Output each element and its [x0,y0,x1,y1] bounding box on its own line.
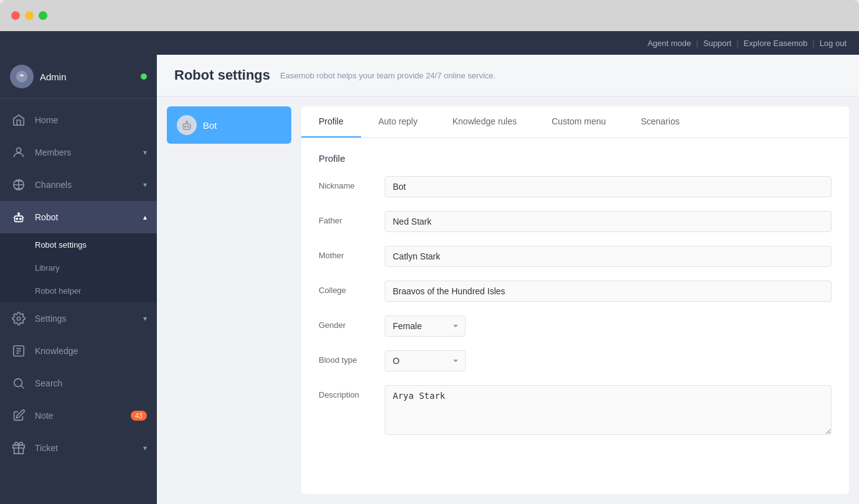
sidebar-item-robot[interactable]: Robot ▴ [0,201,157,233]
settings-icon [10,310,27,327]
page-header: Robot settings Easemob robot helps your … [157,55,859,96]
tab-profile[interactable]: Profile [301,106,361,138]
topbar-sep-2: | [736,39,738,48]
sidebar-item-knowledge-label: Knowledge [35,346,147,356]
knowledge-icon [10,342,27,360]
sidebar-logo [10,65,34,88]
form-row-gender: Gender Male Female Other [319,315,832,337]
bot-name: Bot [203,120,217,131]
form-row-college: College [319,281,832,302]
bot-list-item[interactable]: Bot [167,106,291,144]
tab-auto-reply[interactable]: Auto reply [361,106,435,138]
ticket-chevron-icon: ▾ [143,444,147,452]
sidebar-item-note-label: Note [35,411,123,421]
sidebar-item-ticket[interactable]: Ticket ▾ [0,432,157,464]
topbar-support[interactable]: Support [703,39,732,48]
topbar-explore[interactable]: Explore Easemob [744,39,808,48]
sidebar-item-channels[interactable]: Channels ▾ [0,169,157,201]
inner-layout: Bot Profile Auto reply Knowledge rules C… [157,96,859,504]
form-control-mother [385,246,832,267]
nickname-input[interactable] [385,176,832,197]
members-icon [10,144,27,161]
sidebar-item-settings[interactable]: Settings ▾ [0,302,157,335]
members-chevron-icon: ▾ [143,148,147,157]
form-label-nickname: Nickname [319,176,375,190]
form-label-description: Description [319,385,375,399]
topbar-logout[interactable]: Log out [820,39,847,48]
topbar-sep-3: | [812,39,814,48]
sidebar-admin-label: Admin [40,72,67,82]
online-indicator [141,73,147,80]
sidebar-item-members[interactable]: Members ▾ [0,136,157,169]
form-row-nickname: Nickname [319,176,832,197]
sidebar-item-home[interactable]: Home [0,104,157,136]
traffic-light-yellow[interactable] [25,11,34,20]
sidebar-item-robot-label: Robot [35,212,136,222]
svg-point-11 [185,126,186,128]
sidebar-item-members-label: Members [35,147,136,157]
sidebar-header: Admin [0,55,157,99]
app: Agent mode | Support | Explore Easemob |… [0,31,859,504]
robot-icon [10,208,27,226]
college-input[interactable] [385,281,832,302]
tabs: Profile Auto reply Knowledge rules Custo… [301,106,849,138]
form-control-description: Arya Stark [385,385,832,437]
description-textarea[interactable]: Arya Stark [385,385,832,435]
sidebar-item-note[interactable]: Note 43 [0,399,157,432]
sub-nav-library[interactable]: Library [0,256,157,279]
sub-nav-robot-helper[interactable]: Robot helper [0,279,157,302]
form-label-father: Father [319,211,375,225]
form-control-father [385,211,832,232]
tab-knowledge-rules[interactable]: Knowledge rules [435,106,535,138]
svg-point-13 [186,121,188,123]
svg-point-4 [16,218,17,220]
sidebar-item-ticket-label: Ticket [35,443,136,453]
traffic-light-red[interactable] [11,11,20,20]
tab-scenarios[interactable]: Scenarios [623,106,697,138]
form-row-father: Father [319,211,832,232]
sidebar-item-search-label: Search [35,378,147,388]
topbar-agent-mode[interactable]: Agent mode [647,39,691,48]
gender-select[interactable]: Male Female Other [385,315,466,337]
sidebar-item-settings-label: Settings [35,314,136,324]
page-title: Robot settings [174,67,270,83]
main-layout: Admin Home Members ▾ [0,55,859,504]
traffic-light-green[interactable] [39,11,47,20]
content-area: Robot settings Easemob robot helps your … [157,55,859,504]
svg-point-6 [18,213,20,215]
father-input[interactable] [385,211,832,232]
profile-section-title: Profile [319,153,832,164]
page-subtitle: Easemob robot helps your team provide 24… [280,71,495,80]
note-icon [10,407,27,424]
note-badge: 43 [131,411,147,421]
sidebar: Admin Home Members ▾ [0,55,157,504]
home-icon [10,111,27,129]
form-control-blood-type: A B AB O [385,350,832,371]
sub-nav-robot-settings[interactable]: Robot settings [0,233,157,256]
channels-icon [10,176,27,194]
topbar-sep-1: | [696,39,698,48]
svg-point-9 [14,379,22,387]
mother-input[interactable] [385,246,832,267]
sidebar-nav: Home Members ▾ Channels ▾ [0,99,157,504]
form-label-blood-type: Blood type [319,350,375,365]
svg-point-12 [188,126,189,128]
form-control-college [385,281,832,302]
svg-point-5 [20,218,21,220]
form-label-mother: Mother [319,246,375,260]
search-icon [10,375,27,392]
top-bar: Agent mode | Support | Explore Easemob |… [0,31,859,55]
sidebar-item-knowledge[interactable]: Knowledge [0,335,157,367]
form-label-gender: Gender [319,315,375,330]
sidebar-item-search[interactable]: Search [0,367,157,399]
blood-type-select[interactable]: A B AB O [385,350,466,371]
settings-panel: Profile Auto reply Knowledge rules Custo… [301,106,849,494]
form-control-nickname [385,176,832,197]
sidebar-item-home-label: Home [35,115,147,125]
tab-custom-menu[interactable]: Custom menu [534,106,623,138]
bot-list-panel: Bot [167,106,291,494]
channels-chevron-icon: ▾ [143,180,147,189]
svg-point-7 [17,317,21,320]
traffic-lights [11,11,47,20]
settings-chevron-icon: ▾ [143,314,147,323]
